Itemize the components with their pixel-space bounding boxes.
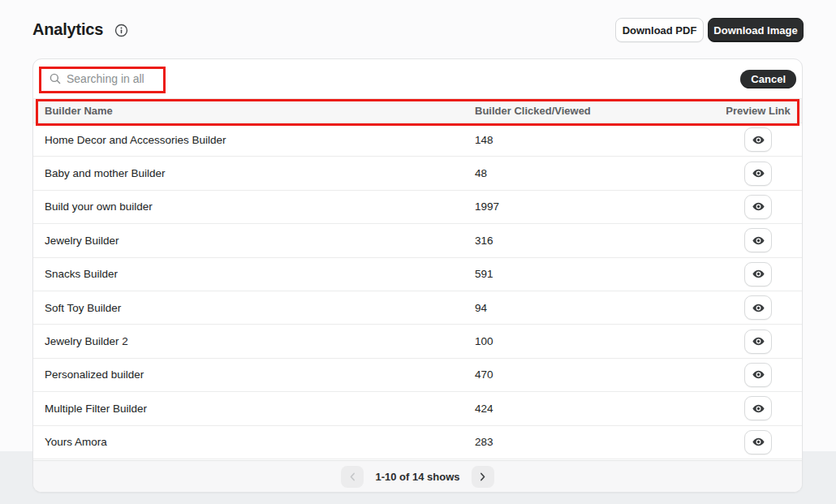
builder-name-cell: Jewelry Builder 2 [45, 335, 475, 347]
clicked-viewed-cell: 283 [475, 436, 726, 448]
top-bar: Analytics Download PDF Download Image [0, 0, 836, 58]
eye-icon [752, 267, 765, 281]
clicked-viewed-cell: 591 [475, 268, 726, 280]
clicked-viewed-cell: 100 [475, 335, 726, 347]
table-body: Home Decor and Accessories Builder 148 B… [33, 123, 802, 459]
table-row: Soft Toy Builder 94 [33, 291, 802, 325]
preview-link-button[interactable] [744, 363, 772, 387]
analytics-table-card: Cancel Builder Name Builder Clicked/View… [32, 58, 803, 493]
builder-name-cell: Baby and mother Builder [45, 167, 475, 179]
preview-link-button[interactable] [744, 396, 772, 420]
table-row: Multiple Filter Builder 424 [33, 392, 802, 425]
page-title: Analytics [32, 20, 103, 39]
cancel-button[interactable]: Cancel [740, 70, 796, 88]
table-row: Build your own builder 1997 [33, 191, 802, 224]
table-row: Baby and mother Builder 48 [33, 157, 802, 190]
table-row: Jewelry Builder 2 100 [33, 325, 802, 358]
builder-name-cell: Soft Toy Builder [45, 302, 475, 314]
pagination-label: 1-10 of 14 shows [375, 471, 459, 483]
eye-icon [752, 166, 765, 180]
table-row: Yours Amora 283 [33, 426, 802, 459]
builder-name-cell: Jewelry Builder [45, 235, 475, 247]
builder-name-cell: Yours Amora [45, 436, 475, 448]
search-icon [49, 72, 62, 85]
column-header-clicked-viewed[interactable]: Builder Clicked/Viewed [475, 105, 726, 117]
eye-icon [752, 200, 765, 213]
download-pdf-button[interactable]: Download PDF [615, 18, 704, 42]
preview-link-button[interactable] [744, 228, 772, 252]
preview-link-button[interactable] [744, 330, 772, 354]
clicked-viewed-cell: 1997 [475, 200, 726, 213]
search-input[interactable] [67, 69, 391, 88]
preview-link-button[interactable] [744, 127, 772, 152]
clicked-viewed-cell: 316 [475, 235, 726, 247]
column-header-preview-link[interactable]: Preview Link [726, 105, 791, 117]
eye-icon [752, 234, 765, 248]
clicked-viewed-cell: 424 [475, 403, 726, 415]
clicked-viewed-cell: 48 [475, 167, 726, 179]
table-row: Personalized builder 470 [33, 359, 802, 392]
preview-link-button[interactable] [744, 195, 772, 219]
preview-link-button[interactable] [744, 430, 772, 454]
next-page-button[interactable] [472, 466, 494, 488]
pagination-bar: 1-10 of 14 shows [33, 460, 802, 492]
eye-icon [752, 368, 765, 381]
download-image-button[interactable]: Download Image [708, 18, 804, 42]
preview-link-button[interactable] [744, 162, 772, 186]
builder-name-cell: Personalized builder [45, 368, 475, 381]
search-row: Cancel [33, 59, 802, 98]
clicked-viewed-cell: 94 [475, 302, 726, 314]
clicked-viewed-cell: 470 [475, 368, 726, 381]
info-icon[interactable] [114, 24, 128, 37]
previous-page-button[interactable] [341, 466, 364, 488]
eye-icon [752, 435, 765, 449]
eye-icon [752, 301, 765, 315]
builder-name-cell: Multiple Filter Builder [45, 403, 475, 415]
column-header-builder-name[interactable]: Builder Name [45, 105, 475, 117]
eye-icon [752, 334, 765, 348]
builder-name-cell: Home Decor and Accessories Builder [45, 134, 475, 146]
table-header-row: Builder Name Builder Clicked/Viewed Prev… [33, 98, 802, 123]
eye-icon [752, 402, 765, 416]
table-row: Home Decor and Accessories Builder 148 [33, 123, 802, 157]
table-row: Snacks Builder 591 [33, 258, 802, 291]
builder-name-cell: Build your own builder [45, 200, 475, 213]
table-row: Jewelry Builder 316 [33, 224, 802, 257]
clicked-viewed-cell: 148 [475, 134, 726, 146]
preview-link-button[interactable] [744, 262, 772, 286]
preview-link-button[interactable] [744, 295, 772, 320]
eye-icon [752, 133, 765, 147]
builder-name-cell: Snacks Builder [45, 268, 475, 280]
